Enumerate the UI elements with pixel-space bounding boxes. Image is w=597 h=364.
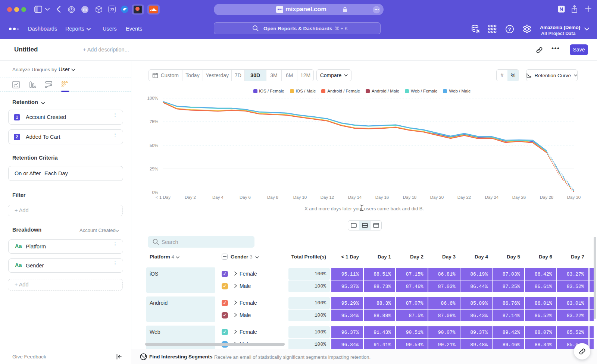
- svg-text:?: ?: [508, 26, 511, 32]
- svg-text:Day 4: Day 4: [212, 195, 224, 200]
- svg-text:Day 26: Day 26: [512, 195, 526, 200]
- svg-text:75%: 75%: [150, 119, 158, 124]
- svg-text:25%: 25%: [150, 167, 158, 171]
- svg-text:0%: 0%: [152, 190, 158, 195]
- svg-text:Day 20: Day 20: [430, 195, 444, 200]
- svg-text:100%: 100%: [147, 96, 158, 100]
- svg-text:Day 2: Day 2: [185, 195, 196, 200]
- svg-text:Day 28: Day 28: [540, 195, 553, 200]
- svg-text:Day 14: Day 14: [348, 195, 362, 200]
- svg-text:Day 18: Day 18: [403, 195, 416, 200]
- svg-text:Day 16: Day 16: [375, 195, 389, 200]
- svg-text:Day 12: Day 12: [321, 195, 334, 200]
- svg-text:50%: 50%: [150, 143, 158, 148]
- svg-text:Day 10: Day 10: [293, 195, 307, 200]
- svg-text:Day 30: Day 30: [567, 195, 581, 200]
- svg-text:Day 22: Day 22: [457, 195, 471, 200]
- svg-text:Day 8: Day 8: [267, 195, 278, 200]
- svg-text:< 1 Day: < 1 Day: [156, 195, 171, 200]
- svg-text:Day 6: Day 6: [240, 195, 251, 200]
- svg-text:Day 24: Day 24: [485, 195, 499, 200]
